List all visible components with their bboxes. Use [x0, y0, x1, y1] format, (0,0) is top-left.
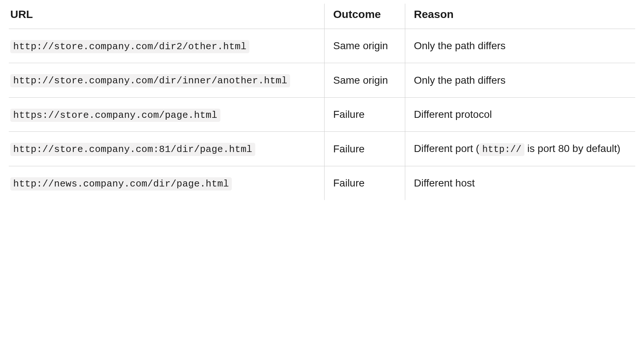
table-row: http://store.company.com/dir2/other.html… — [9, 29, 635, 63]
col-header-reason: Reason — [405, 4, 635, 29]
reason-text: Different host — [414, 177, 475, 189]
cell-url: https://store.company.com/page.html — [9, 97, 324, 131]
reason-text-pre: Different port ( — [414, 143, 479, 154]
cell-url: http://store.company.com/dir/inner/anoth… — [9, 63, 324, 97]
url-code: http://news.company.com/dir/page.html — [10, 177, 232, 191]
table-row: http://store.company.com:81/dir/page.htm… — [9, 131, 635, 166]
cell-outcome: Failure — [324, 131, 405, 166]
url-code: http://store.company.com/dir2/other.html — [10, 40, 249, 53]
cell-url: http://store.company.com/dir2/other.html — [9, 29, 324, 63]
reason-text: Different protocol — [414, 109, 492, 120]
cell-outcome: Failure — [324, 97, 405, 131]
same-origin-table: URL Outcome Reason http://store.company.… — [9, 4, 635, 200]
url-code: http://store.company.com:81/dir/page.htm… — [10, 143, 255, 156]
col-header-outcome: Outcome — [324, 4, 405, 29]
cell-reason: Only the path differs — [405, 63, 635, 97]
cell-outcome: Same origin — [324, 29, 405, 63]
cell-url: http://news.company.com/dir/page.html — [9, 166, 324, 200]
table-row: http://news.company.com/dir/page.htmlFai… — [9, 166, 635, 200]
reason-text-post: is port 80 by default) — [524, 143, 620, 154]
cell-outcome: Same origin — [324, 63, 405, 97]
cell-reason: Only the path differs — [405, 29, 635, 63]
reason-text: Only the path differs — [414, 40, 506, 51]
url-code: http://store.company.com/dir/inner/anoth… — [10, 74, 290, 87]
reason-text: Only the path differs — [414, 75, 506, 86]
table-row: https://store.company.com/page.htmlFailu… — [9, 97, 635, 131]
url-code: https://store.company.com/page.html — [10, 109, 220, 122]
cell-reason: Different host — [405, 166, 635, 200]
cell-outcome: Failure — [324, 166, 405, 200]
cell-reason: Different protocol — [405, 97, 635, 131]
reason-code: http:// — [479, 143, 524, 156]
cell-reason: Different port (http:// is port 80 by de… — [405, 131, 635, 166]
col-header-url: URL — [9, 4, 324, 29]
cell-url: http://store.company.com:81/dir/page.htm… — [9, 131, 324, 166]
table-row: http://store.company.com/dir/inner/anoth… — [9, 63, 635, 97]
